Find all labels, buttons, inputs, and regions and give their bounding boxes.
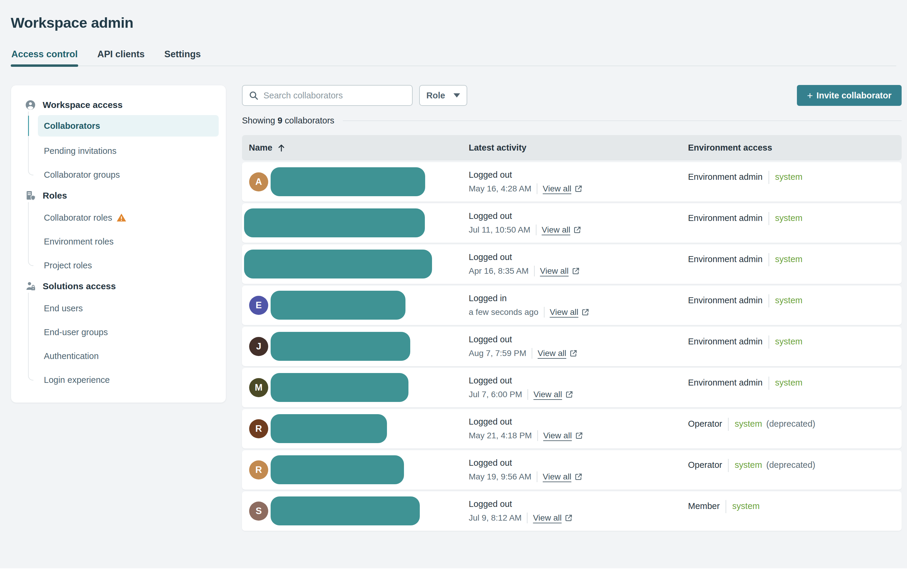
- view-all-link[interactable]: View all: [543, 431, 583, 440]
- external-link-icon: [575, 431, 583, 440]
- sidebar-item-pending-invitations[interactable]: Pending invitations: [11, 139, 226, 163]
- external-link-icon: [569, 349, 578, 358]
- results-summary: Showing 9 collaborators: [242, 116, 902, 126]
- view-all-link[interactable]: View all: [538, 348, 578, 358]
- sidebar-item-label: Environment roles: [44, 237, 114, 247]
- view-all-link[interactable]: View all: [533, 513, 573, 523]
- sidebar-item-project-roles[interactable]: Project roles: [11, 254, 226, 277]
- tab-access-control[interactable]: Access control: [11, 49, 78, 66]
- divider: [537, 184, 537, 194]
- environment-name: system: [775, 296, 803, 305]
- column-header-environment-access: Environment access: [688, 143, 902, 153]
- user-circle-icon: [25, 99, 36, 110]
- external-link-icon: [574, 185, 583, 193]
- sidebar-item-login-experience[interactable]: Login experience: [11, 368, 226, 392]
- login-status: Logged out: [469, 376, 688, 385]
- solutions-access-icon: [25, 281, 36, 292]
- sidebar-section-header: Solutions access: [11, 279, 226, 293]
- name-cell: M: [242, 368, 469, 407]
- sidebar-item-end-user-groups[interactable]: End-user groups: [11, 320, 226, 344]
- view-all-label: View all: [543, 472, 571, 481]
- sidebar-item-label: Collaborator groups: [44, 170, 120, 180]
- summary-divider: [343, 120, 902, 121]
- activity-timestamp: Jul 7, 6:00 PM: [469, 390, 522, 399]
- environment-name: system: [775, 337, 803, 347]
- column-header-name[interactable]: Name: [242, 143, 469, 153]
- deprecated-label: (deprecated): [766, 419, 815, 429]
- avatar: R: [249, 460, 268, 479]
- sidebar-item-end-users[interactable]: End users: [11, 296, 226, 320]
- showing-count-text: Showing 9 collaborators: [242, 116, 335, 126]
- activity-timestamp: Apr 16, 8:35 AM: [469, 266, 529, 276]
- login-status: Logged out: [469, 417, 688, 427]
- name-cell: J: [242, 327, 469, 366]
- activity-detail: Aug 7, 7:59 PMView all: [469, 348, 688, 359]
- sidebar-section-header: Workspace access: [11, 98, 226, 112]
- view-all-link[interactable]: View all: [550, 307, 590, 317]
- divider: [537, 430, 538, 441]
- environment-name: system: [734, 460, 762, 470]
- divider: [769, 253, 769, 266]
- invite-collaborator-button[interactable]: + Invite collaborator: [797, 85, 902, 106]
- sidebar-item-collaborator-roles[interactable]: Collaborator roles: [11, 206, 226, 230]
- tab-settings[interactable]: Settings: [164, 49, 201, 66]
- view-all-link[interactable]: View all: [534, 390, 574, 399]
- view-all-link[interactable]: View all: [540, 266, 580, 276]
- divider: [728, 459, 729, 472]
- column-header-latest-activity: Latest activity: [469, 143, 688, 153]
- avatar: A: [249, 173, 268, 192]
- sidebar-section-roles: RolesCollaborator rolesEnvironment roles…: [11, 189, 226, 279]
- login-status: Logged out: [469, 458, 688, 468]
- view-all-link[interactable]: View all: [543, 184, 583, 193]
- redacted-name: [271, 497, 420, 526]
- sidebar-item-label: Collaborator roles: [44, 213, 112, 223]
- external-link-icon: [573, 226, 582, 234]
- view-all-link[interactable]: View all: [543, 472, 583, 481]
- environment-role: Operator: [688, 419, 722, 429]
- activity-detail: Jul 11, 10:50 AMView all: [469, 225, 688, 235]
- tab-api-clients[interactable]: API clients: [97, 49, 145, 66]
- redacted-name: [271, 332, 410, 361]
- name-cell: R: [242, 450, 469, 490]
- collaborator-count: 9: [277, 116, 282, 125]
- external-link-icon: [581, 308, 590, 316]
- sidebar-section-header: Roles: [11, 189, 226, 203]
- sidebar-item-collaborators[interactable]: Collaborators: [38, 115, 219, 137]
- redacted-name: [271, 455, 404, 484]
- plus-icon: +: [807, 90, 813, 101]
- table-row: ALogged outMay 16, 4:28 AMView allEnviro…: [242, 162, 902, 201]
- environment-role: Environment admin: [688, 172, 763, 182]
- search-input[interactable]: [263, 91, 406, 101]
- divider: [728, 418, 729, 431]
- environment-access-cell: Environment adminsystem: [688, 368, 902, 407]
- view-all-label: View all: [542, 225, 570, 235]
- latest-activity-cell: Logged outJul 9, 8:12 AMView all: [469, 491, 688, 531]
- external-link-icon: [564, 514, 573, 522]
- avatar: J: [249, 337, 268, 356]
- activity-detail: May 21, 4:18 PMView all: [469, 430, 688, 441]
- divider: [527, 389, 528, 400]
- environment-name: system: [775, 172, 803, 182]
- environment-role: Environment admin: [688, 296, 763, 305]
- activity-timestamp: May 16, 4:28 AM: [469, 184, 531, 193]
- sidebar-item-environment-roles[interactable]: Environment roles: [11, 230, 226, 254]
- environment-name: system: [732, 501, 760, 511]
- environment-access-cell: Operatorsystem(deprecated): [688, 409, 902, 449]
- table-row: SLogged outJul 9, 8:12 AMView allMembers…: [242, 491, 902, 531]
- table-row: Logged outJul 11, 10:50 AMView allEnviro…: [242, 203, 902, 243]
- login-status: Logged out: [469, 252, 688, 262]
- deprecated-label: (deprecated): [766, 460, 815, 470]
- search-collaborators-box[interactable]: [242, 85, 413, 106]
- sidebar-item-authentication[interactable]: Authentication: [11, 344, 226, 368]
- environment-name: system: [775, 213, 803, 223]
- role-filter-dropdown[interactable]: Role: [419, 85, 467, 106]
- activity-timestamp: May 19, 9:56 AM: [469, 472, 531, 481]
- main-panel: Role + Invite collaborator Showing 9 col…: [242, 85, 902, 531]
- environment-role: Environment admin: [688, 378, 763, 388]
- view-all-label: View all: [543, 431, 572, 440]
- sidebar-item-collaborator-groups[interactable]: Collaborator groups: [11, 163, 226, 187]
- view-all-link[interactable]: View all: [542, 225, 582, 235]
- name-cell: E: [242, 286, 469, 325]
- sidebar-section-label: Solutions access: [43, 281, 116, 291]
- sidebar-section-label: Roles: [43, 190, 67, 201]
